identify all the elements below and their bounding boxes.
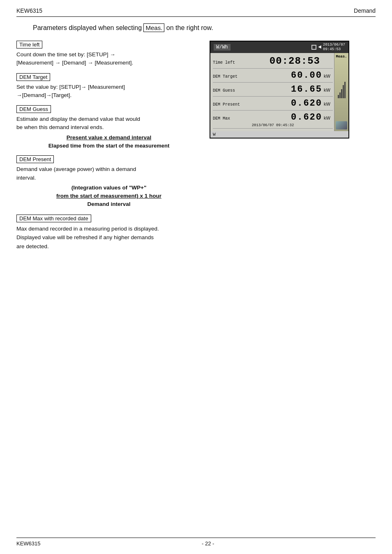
dem-target-text: Set the value by: [SETUP]→ [Measurement]… bbox=[16, 83, 201, 100]
page: KEW6315 Demand Parameters displayed when… bbox=[0, 0, 392, 554]
dem-present-formula1: (Integration values of "WP+" bbox=[16, 184, 201, 192]
dem-present-line1: Demand value (average power) within a de… bbox=[16, 165, 201, 173]
intro-text: Parameters displayed when selecting Meas… bbox=[33, 24, 376, 32]
screen-divider-3 bbox=[213, 96, 333, 97]
screen-row-demguess: DEM Guess 16.65 kW bbox=[213, 83, 333, 95]
right-panel: W/Wh ◄ 2013/06/0709:45:53 Time left 00:2… bbox=[210, 41, 376, 256]
device-screen: W/Wh ◄ 2013/06/0709:45:53 Time left 00:2… bbox=[210, 41, 349, 138]
screen-demguess-unit: kW bbox=[324, 88, 333, 92]
screen-demmax-label: DEM Max bbox=[213, 116, 246, 121]
footer-left: KEW6315 bbox=[16, 540, 41, 547]
dem-guess-formula2: Elapsed time from the start of the measu… bbox=[16, 142, 201, 150]
screen-row-dempresent: DEM Present 0.620 kW bbox=[213, 97, 333, 109]
screen-bottom-row: W bbox=[210, 131, 348, 138]
content-area: Time left Count down the time set by: [S… bbox=[16, 41, 376, 256]
screen-row-demmax: DEM Max 0.620 kW bbox=[213, 111, 333, 123]
screen-demguess-value: 16.65 bbox=[246, 84, 322, 95]
screen-dempresent-value: 0.620 bbox=[246, 98, 322, 108]
screen-row-timeleft: Time left 00:28:53 bbox=[213, 55, 333, 67]
screen-body: Time left 00:28:53 DEM Target 60.00 kW bbox=[210, 53, 348, 131]
time-left-line1: Count down the time set by: [SETUP] → bbox=[16, 51, 201, 59]
screen-unit-label: W/Wh bbox=[214, 44, 231, 51]
screen-divider-4 bbox=[213, 110, 333, 111]
dem-present-formula3: Demand interval bbox=[16, 200, 201, 208]
dem-guess-text: Estimate and display the demand value th… bbox=[16, 115, 201, 150]
header-section: Demand bbox=[354, 7, 376, 14]
screen-demtarget-value: 60.00 bbox=[246, 70, 322, 81]
meas-button[interactable]: Meas. bbox=[334, 53, 348, 131]
intro-highlight: Meas. bbox=[143, 23, 164, 32]
screen-demtarget-label: DEM Target bbox=[213, 74, 246, 79]
screen-bottom-unit: W bbox=[213, 132, 216, 137]
page-footer: KEW6315 - 22 - bbox=[16, 538, 376, 547]
screen-wrapper: W/Wh ◄ 2013/06/0709:45:53 Time left 00:2… bbox=[210, 41, 376, 138]
screen-row-demtarget: DEM Target 60.00 kW bbox=[213, 69, 333, 81]
screen-divider-2 bbox=[213, 82, 333, 83]
intro-before: Parameters displayed when selecting bbox=[33, 24, 143, 31]
chart-icon bbox=[336, 121, 347, 129]
dem-max-line1: Max demand recorded in a measuring perio… bbox=[16, 224, 201, 233]
screen-battery-icon: ◄ bbox=[318, 44, 321, 50]
dem-guess-formula1: Present value x demand interval bbox=[16, 134, 201, 142]
screen-timeleft-label: Time left bbox=[213, 60, 242, 65]
screen-demmax-date: 2013/06/07 09:45:32 bbox=[213, 123, 333, 127]
dem-present-formula2: from the start of measurement) x 1 hour bbox=[16, 192, 201, 200]
dem-present-line2: interval. bbox=[16, 174, 201, 182]
dem-guess-line2: be when this demand interval ends. bbox=[16, 123, 201, 132]
section-dem-target: DEM Target Set the value by: [SETUP]→ [M… bbox=[16, 73, 201, 100]
screen-dempresent-unit: kW bbox=[324, 102, 333, 106]
header-title: KEW6315 bbox=[16, 7, 42, 14]
dem-guess-label: DEM Guess bbox=[16, 105, 51, 113]
bar-graph-icon bbox=[338, 82, 346, 98]
screen-dempresent-label: DEM Present bbox=[213, 102, 246, 107]
dem-target-label: DEM Target bbox=[16, 73, 50, 81]
screen-demmax-value: 0.620 bbox=[246, 112, 322, 122]
footer-center: - 22 - bbox=[202, 540, 214, 547]
time-left-label: Time left bbox=[16, 41, 42, 48]
screen-demguess-label: DEM Guess bbox=[213, 88, 246, 93]
dem-max-label: DEM Max with recorded date bbox=[16, 215, 91, 222]
dem-max-text: Max demand recorded in a measuring perio… bbox=[16, 224, 201, 251]
page-header: KEW6315 Demand bbox=[16, 7, 376, 17]
dem-target-line1: Set the value by: [SETUP]→ [Measurement] bbox=[16, 83, 201, 91]
section-dem-guess: DEM Guess Estimate and display the deman… bbox=[16, 105, 201, 150]
intro-after: on the right row. bbox=[164, 24, 213, 31]
dem-max-line2: Displayed value will be refreshed if any… bbox=[16, 233, 201, 242]
screen-datetime: 2013/06/0709:45:53 bbox=[323, 43, 345, 52]
dem-max-line3: are detected. bbox=[16, 242, 201, 251]
screen-divider-1 bbox=[213, 68, 333, 69]
section-time-left: Time left Count down the time set by: [S… bbox=[16, 41, 201, 67]
section-dem-max: DEM Max with recorded date Max demand re… bbox=[16, 215, 201, 251]
screen-divider-5 bbox=[213, 128, 333, 129]
screen-header: W/Wh ◄ 2013/06/0709:45:53 bbox=[210, 42, 348, 53]
dem-present-text: Demand value (average power) within a de… bbox=[16, 165, 201, 208]
screen-demtarget-unit: kW bbox=[324, 74, 333, 78]
dem-present-label: DEM Present bbox=[16, 155, 54, 163]
dem-guess-line1: Estimate and display the demand value th… bbox=[16, 115, 201, 123]
meas-label: Meas. bbox=[336, 55, 347, 59]
screen-demmax-unit: kW bbox=[324, 115, 333, 120]
dem-target-line2: →[Demand]→[Target]. bbox=[16, 91, 201, 99]
section-dem-present: DEM Present Demand value (average power)… bbox=[16, 155, 201, 208]
time-left-line2: [Measurement] → [Demand] → [Measurement]… bbox=[16, 59, 201, 67]
left-panel: Time left Count down the time set by: [S… bbox=[16, 41, 201, 256]
time-left-text: Count down the time set by: [SETUP] → [M… bbox=[16, 51, 201, 67]
screen-square-icon bbox=[311, 45, 316, 50]
screen-timeleft-value: 00:28:53 bbox=[242, 55, 320, 67]
